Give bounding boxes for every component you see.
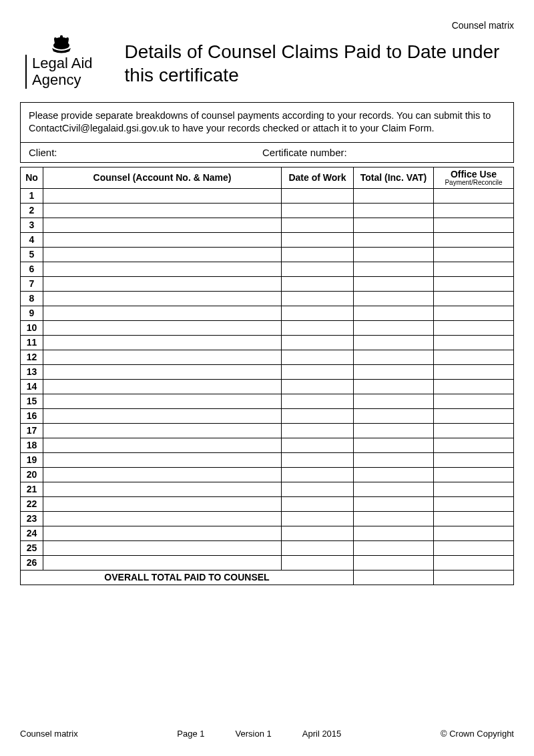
cell-counsel[interactable] — [43, 188, 282, 203]
cell-total[interactable] — [354, 335, 434, 350]
cell-date[interactable] — [282, 218, 354, 232]
cell-counsel[interactable] — [43, 306, 282, 320]
cell-date[interactable] — [282, 232, 354, 247]
cell-date[interactable] — [282, 438, 354, 452]
cell-date[interactable] — [282, 262, 354, 276]
cell-counsel[interactable] — [43, 511, 282, 526]
cell-total[interactable] — [354, 526, 434, 540]
cell-total[interactable] — [354, 408, 434, 423]
cell-counsel[interactable] — [43, 335, 282, 350]
cell-office[interactable] — [434, 262, 514, 276]
cell-office[interactable] — [434, 203, 514, 218]
cell-office[interactable] — [434, 540, 514, 555]
cell-date[interactable] — [282, 188, 354, 203]
cell-office[interactable] — [434, 452, 514, 467]
cell-total[interactable] — [354, 467, 434, 482]
cell-counsel[interactable] — [43, 247, 282, 262]
cell-office[interactable] — [434, 335, 514, 350]
cell-office[interactable] — [434, 364, 514, 379]
cell-office[interactable] — [434, 408, 514, 423]
cell-date[interactable] — [282, 394, 354, 408]
cell-counsel[interactable] — [43, 496, 282, 511]
cell-office[interactable] — [434, 482, 514, 496]
cell-date[interactable] — [282, 467, 354, 482]
cell-date[interactable] — [282, 335, 354, 350]
cell-total[interactable] — [354, 540, 434, 555]
cell-total[interactable] — [354, 452, 434, 467]
cell-office[interactable] — [434, 320, 514, 335]
cell-total[interactable] — [354, 496, 434, 511]
cell-office[interactable] — [434, 555, 514, 570]
cell-total[interactable] — [354, 232, 434, 247]
cell-counsel[interactable] — [43, 438, 282, 452]
cell-counsel[interactable] — [43, 203, 282, 218]
cell-counsel[interactable] — [43, 482, 282, 496]
cell-date[interactable] — [282, 511, 354, 526]
cell-office[interactable] — [434, 350, 514, 364]
cell-office[interactable] — [434, 306, 514, 320]
cell-date[interactable] — [282, 364, 354, 379]
cell-counsel[interactable] — [43, 379, 282, 394]
cell-counsel[interactable] — [43, 394, 282, 408]
cell-date[interactable] — [282, 482, 354, 496]
cell-counsel[interactable] — [43, 467, 282, 482]
cell-office[interactable] — [434, 188, 514, 203]
cell-counsel[interactable] — [43, 218, 282, 232]
cell-date[interactable] — [282, 203, 354, 218]
cell-counsel[interactable] — [43, 320, 282, 335]
cell-office[interactable] — [434, 394, 514, 408]
cell-date[interactable] — [282, 408, 354, 423]
cell-office[interactable] — [434, 247, 514, 262]
overall-total-value[interactable] — [354, 570, 434, 585]
cell-total[interactable] — [354, 320, 434, 335]
cell-date[interactable] — [282, 379, 354, 394]
cell-total[interactable] — [354, 218, 434, 232]
cell-date[interactable] — [282, 291, 354, 306]
cell-counsel[interactable] — [43, 423, 282, 438]
cell-total[interactable] — [354, 555, 434, 570]
cell-total[interactable] — [354, 394, 434, 408]
cell-date[interactable] — [282, 247, 354, 262]
cell-total[interactable] — [354, 276, 434, 291]
cell-date[interactable] — [282, 540, 354, 555]
cell-counsel[interactable] — [43, 232, 282, 247]
cell-total[interactable] — [354, 350, 434, 364]
cell-total[interactable] — [354, 423, 434, 438]
cell-office[interactable] — [434, 232, 514, 247]
cell-date[interactable] — [282, 306, 354, 320]
cell-total[interactable] — [354, 438, 434, 452]
cell-office[interactable] — [434, 379, 514, 394]
cell-office[interactable] — [434, 438, 514, 452]
cell-office[interactable] — [434, 423, 514, 438]
cell-date[interactable] — [282, 496, 354, 511]
cell-total[interactable] — [354, 379, 434, 394]
cell-date[interactable] — [282, 423, 354, 438]
cell-counsel[interactable] — [43, 452, 282, 467]
cell-office[interactable] — [434, 496, 514, 511]
cell-counsel[interactable] — [43, 291, 282, 306]
cell-office[interactable] — [434, 218, 514, 232]
cell-total[interactable] — [354, 482, 434, 496]
cell-counsel[interactable] — [43, 408, 282, 423]
cell-office[interactable] — [434, 526, 514, 540]
cell-total[interactable] — [354, 262, 434, 276]
cell-total[interactable] — [354, 188, 434, 203]
cell-office[interactable] — [434, 276, 514, 291]
cell-total[interactable] — [354, 291, 434, 306]
cell-date[interactable] — [282, 555, 354, 570]
cell-date[interactable] — [282, 452, 354, 467]
cell-total[interactable] — [354, 203, 434, 218]
cell-total[interactable] — [354, 247, 434, 262]
cell-date[interactable] — [282, 276, 354, 291]
cell-counsel[interactable] — [43, 276, 282, 291]
cell-counsel[interactable] — [43, 540, 282, 555]
cell-counsel[interactable] — [43, 526, 282, 540]
cell-counsel[interactable] — [43, 350, 282, 364]
cell-date[interactable] — [282, 526, 354, 540]
overall-total-office[interactable] — [434, 570, 514, 585]
cell-counsel[interactable] — [43, 262, 282, 276]
cell-date[interactable] — [282, 320, 354, 335]
cell-office[interactable] — [434, 291, 514, 306]
cell-counsel[interactable] — [43, 555, 282, 570]
cell-total[interactable] — [354, 306, 434, 320]
